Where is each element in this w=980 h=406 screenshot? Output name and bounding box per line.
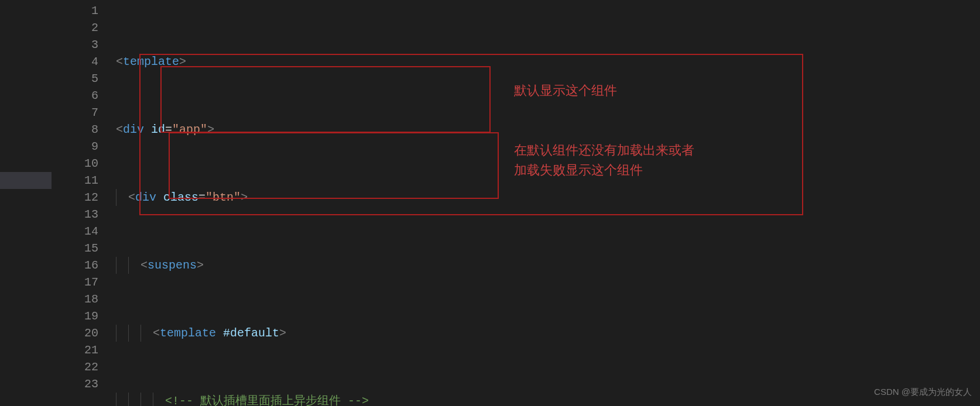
annotation-text-default: 默认显示这个组件 [514,83,617,100]
line-number: 14 [52,223,116,240]
line-number: 19 [52,308,116,325]
code-editor[interactable]: 1 2 3 4 5 6 7 8 9 10 11 12 13 14 15 16 1… [0,0,980,406]
line-number: 2 [52,19,116,36]
code-line[interactable]: <div id="app"> [116,121,980,138]
line-number: 16 [52,257,116,274]
line-number: 23 [52,376,116,393]
line-number: 7 [52,104,116,121]
line-number: 11 [52,172,116,189]
code-line[interactable]: <template> [116,53,980,70]
annotation-text-fallback-a: 在默认组件还没有加载出来或者 [514,143,694,160]
code-line[interactable]: <suspens> [116,257,980,274]
annotation-text-fallback-b: 加载失败显示这个组件 [514,163,643,180]
line-number: 10 [52,155,116,172]
line-number: 18 [52,291,116,308]
line-number: 6 [52,87,116,104]
line-number: 3 [52,36,116,53]
active-line-highlight [0,172,52,189]
watermark: CSDN @要成为光的女人 [874,383,972,400]
line-number: 20 [52,325,116,342]
code-line[interactable]: <!-- 默认插槽里面插上异步组件 --> [116,393,980,406]
line-number: 12 [52,189,116,206]
line-number: 8 [52,121,116,138]
line-number: 15 [52,240,116,257]
line-number: 13 [52,206,116,223]
code-line[interactable]: <div class="btn"> [116,189,980,206]
code-line[interactable]: <template #default> [116,325,980,342]
line-number: 5 [52,70,116,87]
line-number: 1 [52,2,116,19]
code-area[interactable]: <template> <div id="app"> <div class="bt… [116,0,980,406]
line-number: 9 [52,138,116,155]
line-number-gutter: 1 2 3 4 5 6 7 8 9 10 11 12 13 14 15 16 1… [52,0,116,406]
line-number: 21 [52,342,116,359]
line-number: 17 [52,274,116,291]
line-number: 22 [52,359,116,376]
editor-left-margin [0,0,52,406]
line-number: 4 [52,53,116,70]
